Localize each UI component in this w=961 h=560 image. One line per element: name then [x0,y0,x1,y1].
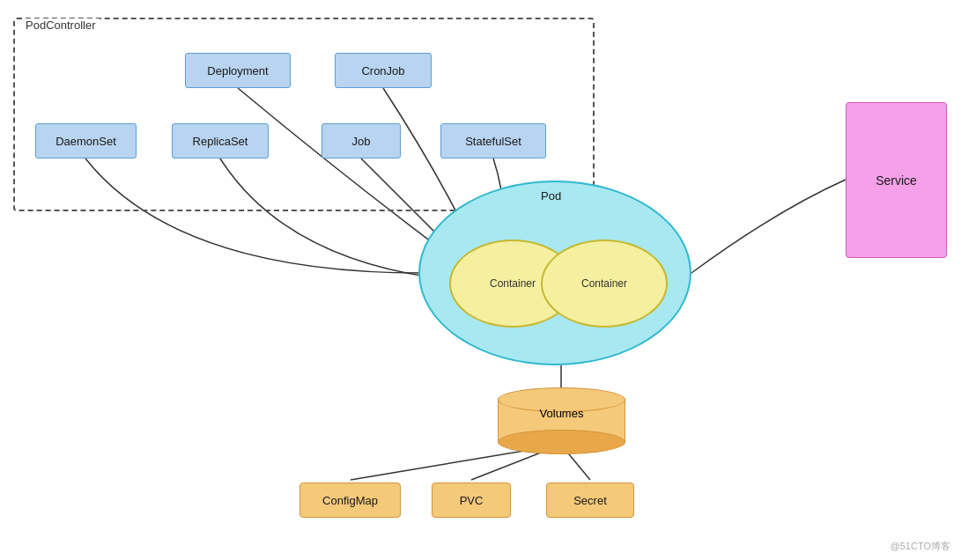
job-box: Job [322,123,401,158]
daemonset-box: DaemonSet [35,123,137,158]
service-box: Service [846,102,947,258]
secret-box: Secret [546,483,634,518]
volumes-label: Volumes [498,407,625,420]
pod-controller-box: PodController [13,18,595,211]
replicaset-box: ReplicaSet [172,123,269,158]
volumes-cylinder: Volumes [498,387,625,445]
pod-label: Pod [541,189,561,203]
pod-controller-label: PodController [22,18,100,32]
cronjob-box: CronJob [335,53,432,88]
diagram-container: PodController Deployment CronJob DaemonS… [0,0,961,560]
statefulset-box: StatefulSet [440,123,546,158]
container-right: Container [541,239,668,328]
configmap-box: ConfigMap [299,483,401,518]
pvc-box: PVC [432,483,511,518]
deployment-box: Deployment [185,53,291,88]
watermark: @51CTO博客 [891,540,950,553]
